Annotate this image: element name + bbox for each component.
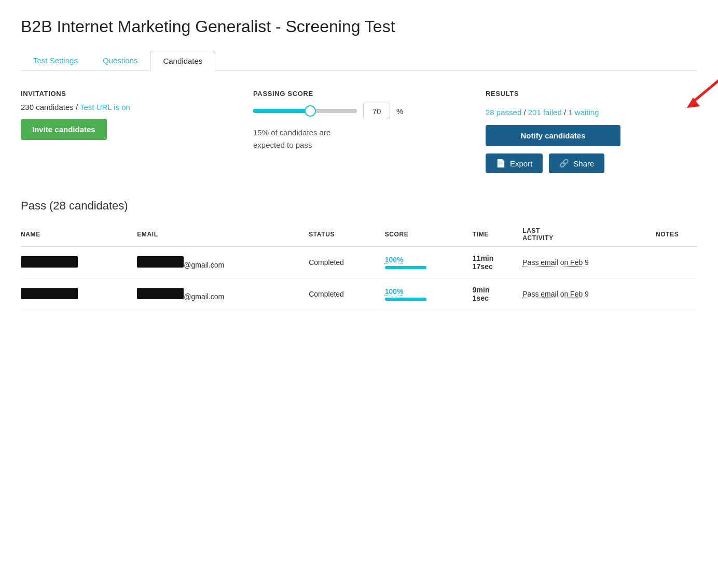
col-email: EMAIL (137, 223, 309, 246)
cell-score-0: 100% (385, 246, 473, 278)
score-bar-fill-1 (385, 298, 426, 301)
slider-row: 70 % (253, 103, 465, 119)
cell-name-1 (21, 278, 137, 310)
tab-test-settings[interactable]: Test Settings (21, 51, 90, 71)
tabs-nav: Test Settings Questions Candidates (21, 51, 697, 71)
red-arrow-annotation (682, 74, 718, 112)
tab-candidates[interactable]: Candidates (150, 51, 215, 71)
cell-time-0: 11min17sec (473, 246, 522, 278)
share-button[interactable]: 🔗 Share (549, 153, 604, 173)
cell-notes-0 (656, 246, 697, 278)
cell-notes-1 (656, 278, 697, 310)
col-status: STATUS (309, 223, 385, 246)
invite-candidates-button[interactable]: Invite candidates (21, 119, 107, 140)
table-body: @gmail.com Completed 100% 11min17sec Pas… (21, 246, 697, 310)
score-percent-0: 100% (385, 256, 466, 264)
score-bar-container-0 (385, 266, 426, 269)
redacted-email-1 (137, 288, 184, 299)
cell-score-1: 100% (385, 278, 473, 310)
score-bar-fill-0 (385, 266, 426, 269)
share-label: Share (573, 159, 594, 168)
table-header: NAME EMAIL STATUS SCORE TIME LASTACTIVIT… (21, 223, 697, 246)
cell-status-0: Completed (309, 246, 385, 278)
cell-email-1: @gmail.com (137, 278, 309, 310)
slider-fill (253, 109, 310, 113)
cell-email-0: @gmail.com (137, 246, 309, 278)
export-label: Export (510, 159, 532, 168)
slider-thumb[interactable] (305, 105, 316, 117)
results-stats: 28 passed / 201 failed / 1 waiting (486, 108, 697, 117)
cell-name-0 (21, 246, 137, 278)
panels-row: INVITATIONS 230 candidates / Test URL is… (21, 90, 697, 173)
col-score: SCORE (385, 223, 473, 246)
score-input[interactable]: 70 (363, 103, 390, 119)
score-bar-container-1 (385, 298, 426, 301)
col-notes: NOTES (656, 223, 697, 246)
redacted-name-0 (21, 256, 78, 268)
invitations-count: 230 candidates / Test URL is on (21, 103, 232, 111)
page-title: B2B Internet Marketing Generalist - Scre… (21, 17, 697, 36)
waiting-link[interactable]: 1 waiting (568, 108, 599, 117)
cell-activity-1: Pass email on Feb 9 (522, 278, 656, 310)
action-buttons: 📄 Export 🔗 Share (486, 153, 697, 173)
cell-activity-0: Pass email on Feb 9 (522, 246, 656, 278)
failed-link[interactable]: 201 failed (528, 108, 562, 117)
results-panel: RESULTS 28 passed / 201 failed / 1 waiti… (486, 90, 697, 173)
share-icon: 🔗 (559, 159, 569, 168)
table-row: @gmail.com Completed 100% 9min1sec Pass … (21, 278, 697, 310)
pass-estimate: 15% of candidates are expected to pass (253, 127, 465, 151)
notify-candidates-button[interactable]: Notify candidates (486, 125, 620, 146)
redacted-email-0 (137, 256, 184, 268)
col-name: NAME (21, 223, 137, 246)
invitations-label: INVITATIONS (21, 90, 232, 97)
col-time: TIME (473, 223, 522, 246)
results-header-row: RESULTS (486, 90, 697, 103)
candidates-table: NAME EMAIL STATUS SCORE TIME LASTACTIVIT… (21, 223, 697, 310)
table-row: @gmail.com Completed 100% 11min17sec Pas… (21, 246, 697, 278)
export-button[interactable]: 📄 Export (486, 153, 543, 173)
results-label: RESULTS (486, 90, 519, 97)
cell-time-1: 9min1sec (473, 278, 522, 310)
passing-score-label: PASSING SCORE (253, 90, 465, 97)
passed-link[interactable]: 28 passed (486, 108, 521, 117)
slider-track[interactable] (253, 109, 357, 113)
cell-status-1: Completed (309, 278, 385, 310)
candidates-count-text: 230 candidates / (21, 103, 80, 111)
passing-score-panel: PASSING SCORE 70 % 15% of candidates are… (253, 90, 486, 151)
pass-section-title: Pass (28 candidates) (21, 199, 697, 213)
percent-symbol: % (396, 107, 403, 116)
score-percent-1: 100% (385, 287, 466, 296)
tab-questions[interactable]: Questions (90, 51, 150, 71)
export-icon: 📄 (496, 159, 506, 168)
redacted-name-1 (21, 288, 78, 299)
invitations-panel: INVITATIONS 230 candidates / Test URL is… (21, 90, 253, 140)
test-url-link[interactable]: Test URL is on (80, 103, 130, 111)
col-last-activity: LASTACTIVITY (522, 223, 656, 246)
